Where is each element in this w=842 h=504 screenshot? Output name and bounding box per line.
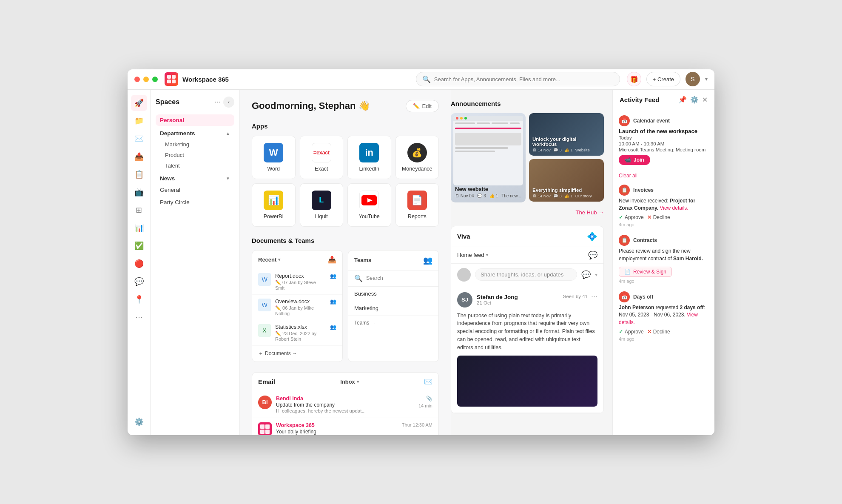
email-body-0: Bendi Inda Update from the company Hi co… [276, 396, 414, 413]
join-button[interactable]: 📹 Join [619, 155, 650, 165]
nav-teams[interactable]: 💬 [131, 273, 147, 290]
edit-button[interactable]: ✏️ Edit [406, 100, 439, 112]
app-moneydance[interactable]: 💰 Moneydance [395, 136, 439, 179]
app-moneydance-label: Moneydance [402, 166, 432, 172]
chevron-down-icon: ▼ [226, 176, 230, 181]
chevron-down-icon[interactable]: ▾ [705, 76, 708, 82]
app-powerbi[interactable]: 📊 PowerBI [252, 183, 296, 227]
nav-powerpoint[interactable]: 🔴 [131, 256, 147, 272]
gift-button[interactable]: 🎁 [627, 72, 641, 86]
announce-card-simplified[interactable]: Everything simplified 🗓 14 Nov 💬 3 👍 1 O… [529, 159, 604, 202]
nav-documents[interactable]: 📁 [131, 113, 147, 129]
contract-time-ago: 4m ago [619, 279, 708, 284]
invoice-text: New invoice received: Project for Zorax … [619, 197, 708, 212]
viva-compose: Share thoughts, ideas, or updates 💬 ▾ [451, 264, 603, 286]
app-reports[interactable]: 📄 Reports [395, 183, 439, 227]
teams-footer[interactable]: Teams → [348, 316, 438, 330]
maximize-button[interactable] [152, 77, 158, 82]
invoice-type-label: Invoices [633, 187, 654, 193]
compose-input[interactable]: Share thoughts, ideas, or updates [475, 268, 577, 281]
moneydance-icon: 💰 [407, 143, 427, 162]
right-content: Announcements [451, 90, 612, 435]
daysoff-decline-button[interactable]: Decline [647, 329, 670, 335]
sidebar-item-personal[interactable]: Personal [156, 114, 234, 126]
docs-upload-icon[interactable]: 📥 [328, 256, 336, 264]
close-button[interactable] [134, 77, 140, 82]
nav-excel[interactable]: 📊 [131, 220, 147, 236]
app-word[interactable]: W Word [252, 136, 296, 179]
pin-icon[interactable]: 📌 [678, 96, 687, 104]
team-search-input[interactable] [366, 275, 432, 281]
doc-item-overview[interactable]: W Overview.docx ✏️ 06 Jan by Mike Noltin… [252, 295, 342, 320]
user-avatar[interactable]: S [686, 72, 700, 86]
the-hub-link[interactable]: The Hub → [451, 206, 604, 216]
daysoff-approve-button[interactable]: Approve [619, 329, 644, 335]
search-input[interactable] [434, 76, 614, 83]
viva-poster-name: Stefan de Jong [477, 294, 518, 300]
email-item-0[interactable]: BI Bendi Inda Update from the company Hi… [252, 391, 438, 418]
announce-card-website[interactable]: New website 🗓 Nov 04 💬 3 👍 1 The new... [451, 113, 526, 202]
sidebar-item-party-circle[interactable]: Party Circle [156, 196, 234, 208]
sidebar-section-departments[interactable]: Departments ▲ [156, 128, 234, 139]
invoice-view-link[interactable]: View details. [660, 205, 688, 211]
app-liquit[interactable]: L Liquit [300, 183, 344, 227]
sidebar-item-product[interactable]: Product [156, 150, 234, 160]
app-youtube[interactable]: YouTube [347, 183, 391, 227]
nav-media[interactable]: 📺 [131, 184, 147, 200]
minimize-button[interactable] [143, 77, 149, 82]
compose-options-icon[interactable]: 💬 [581, 270, 591, 279]
nav-maps[interactable]: 📍 [131, 291, 147, 308]
nav-share[interactable]: 📤 [131, 148, 147, 165]
documents-panel: Recent ▾ 📥 W Report.docx ✏️ 07 Jan by St… [252, 250, 343, 362]
nav-check[interactable]: ✅ [131, 238, 147, 254]
teams-panel-header: Teams 👥 [348, 251, 438, 271]
announce-card-workfocus[interactable]: Unlock your digital workfocus 🗓 14 Nov 💬… [529, 113, 604, 156]
edit-icon-small: ✏️ [275, 280, 282, 285]
sidebar-header: Spaces ··· ‹ [156, 97, 234, 108]
settings-icon[interactable]: ⚙️ [690, 96, 699, 104]
compose-chevron-icon[interactable]: ▾ [595, 272, 597, 278]
email-preview-0: Hi colleagues, hereby the newest updat..… [276, 408, 378, 413]
nav-email[interactable]: ✉️ [131, 131, 147, 147]
nav-tasks[interactable]: 📋 [131, 166, 147, 182]
create-button[interactable]: + Create [646, 72, 680, 86]
clear-all-link[interactable]: Clear all [619, 173, 708, 179]
nav-home[interactable]: 🚀 [131, 95, 147, 111]
email-compose-icon[interactable]: ✉️ [424, 378, 432, 386]
sidebar-item-talent[interactable]: Talent [156, 160, 234, 171]
viva-more-icon[interactable]: ··· [591, 292, 597, 301]
app-logo [165, 72, 178, 86]
viva-feed-tab[interactable]: Home feed ▾ 💬 [451, 247, 603, 264]
invoice-approve-button[interactable]: Approve [619, 214, 644, 220]
invoice-decline-button[interactable]: Decline [647, 214, 670, 220]
app-reports-label: Reports [408, 214, 427, 219]
daysoff-item-header: 📅 Days off [619, 291, 708, 302]
nav-settings[interactable]: ⚙️ [131, 414, 147, 430]
sidebar-item-general[interactable]: General [156, 184, 234, 196]
team-item-business[interactable]: Business [348, 287, 438, 301]
doc-item-report[interactable]: W Report.docx ✏️ 07 Jan by Steve Smit 👥 [252, 269, 342, 295]
collapse-sidebar-button[interactable]: ‹ [223, 97, 234, 108]
review-sign-button[interactable]: 📄 Review & Sign [619, 267, 672, 277]
team-item-marketing[interactable]: Marketing [348, 301, 438, 316]
doc-item-statistics[interactable]: X Statistics.xlsx ✏️ 23 Dec, 2022 by Rob… [252, 320, 342, 346]
nav-more[interactable]: ⋯ [131, 309, 147, 325]
close-icon[interactable]: ✕ [702, 96, 708, 104]
sidebar-section-news[interactable]: News ▼ [156, 173, 234, 184]
doc-teams-section-title: Documents & Teams [252, 237, 439, 244]
sidebar-item-marketing[interactable]: Marketing [156, 139, 234, 150]
team-search-bar[interactable]: 🔍 [348, 271, 438, 287]
doc-word-icon: W [258, 273, 271, 286]
docs-tab-label[interactable]: Recent ▾ [258, 256, 280, 263]
global-search[interactable]: 🔍 [416, 72, 620, 86]
nav-grid[interactable]: ⊞ [131, 202, 147, 218]
email-avatar-0: BI [258, 396, 272, 409]
email-item-1[interactable]: Workspace 365 Your daily briefing Hi Ste… [252, 418, 438, 435]
linkedin-icon: in [359, 143, 379, 162]
daysoff-view-link[interactable]: View details. [619, 312, 698, 325]
app-exact[interactable]: =exact Exact [300, 136, 344, 179]
sidebar-more-icon[interactable]: ··· [214, 97, 221, 106]
inbox-label[interactable]: Inbox ▾ [340, 379, 359, 385]
documents-footer[interactable]: ＋ Documents → [252, 346, 342, 362]
app-linkedin[interactable]: in LinkedIn [347, 136, 391, 179]
